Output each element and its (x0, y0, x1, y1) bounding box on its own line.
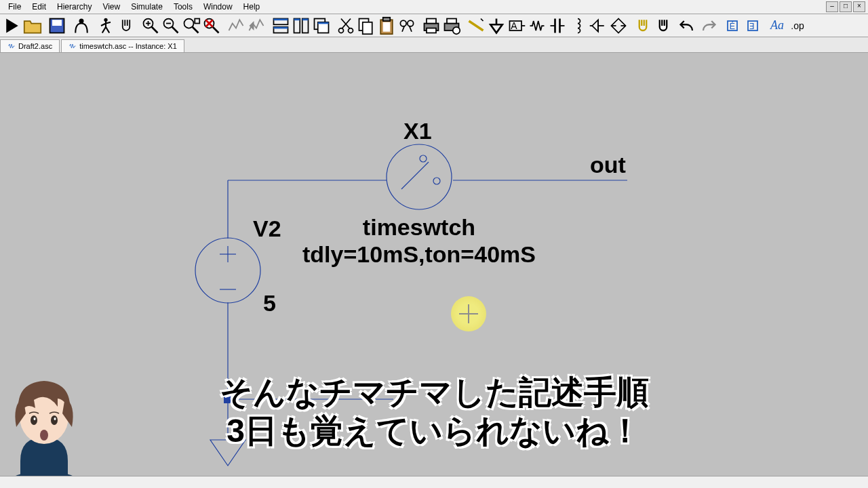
svg-point-85 (420, 155, 427, 162)
component-v2 (195, 238, 260, 303)
drag-icon[interactable] (654, 16, 673, 35)
svg-point-83 (387, 144, 452, 209)
run-person-icon[interactable] (96, 16, 115, 35)
svg-rect-35 (363, 22, 372, 34)
x1-params[interactable]: tdly=10mS,ton=40mS (302, 241, 536, 267)
svg-rect-26 (302, 18, 309, 20)
svg-marker-0 (6, 18, 18, 33)
x1-name[interactable]: timeswtch (363, 214, 475, 240)
maximize-button[interactable]: □ (840, 1, 852, 12)
svg-rect-23 (294, 18, 300, 33)
zoom-area-icon[interactable] (182, 16, 201, 35)
svg-rect-24 (302, 18, 309, 33)
control-panel-icon[interactable] (72, 16, 91, 35)
svg-line-32 (342, 18, 351, 28)
svg-point-93 (40, 430, 48, 441)
menu-hierarchy[interactable]: Hierarchy (52, 1, 97, 13)
minimize-button[interactable]: – (826, 1, 838, 12)
svg-text:A: A (511, 20, 517, 31)
inductor-icon[interactable] (568, 16, 587, 35)
autoscale-icon[interactable] (226, 16, 245, 35)
svg-rect-38 (383, 17, 391, 20)
svg-point-31 (349, 28, 353, 33)
svg-text:É: É (730, 21, 735, 31)
svg-rect-2 (52, 20, 62, 26)
mirror-icon[interactable]: Ǝ (743, 16, 762, 35)
tab-draft2[interactable]: Draft2.asc (0, 39, 60, 52)
svg-rect-21 (274, 18, 288, 20)
subtitle-line1: そんなチマチマした記述手順 (220, 373, 649, 412)
find-icon[interactable] (397, 16, 416, 35)
paste-icon[interactable] (377, 16, 396, 35)
avatar (0, 373, 95, 481)
window-controls: – □ × (826, 1, 865, 12)
print-icon[interactable] (422, 16, 441, 35)
text-icon[interactable]: Aa (768, 16, 787, 35)
move-icon[interactable] (633, 16, 652, 35)
rotate-icon[interactable]: É (723, 16, 742, 35)
svg-rect-25 (294, 18, 300, 20)
redo-icon[interactable] (698, 16, 717, 35)
svg-text:Ǝ: Ǝ (749, 22, 755, 31)
save-icon[interactable] (47, 16, 66, 35)
cut-icon[interactable] (336, 16, 355, 35)
v2-value[interactable]: 5 (263, 290, 276, 316)
component-icon[interactable] (609, 16, 628, 35)
spice-directive-icon[interactable]: .op (788, 16, 807, 35)
tab-timeswtch[interactable]: timeswtch.asc -- Instance: X1 (61, 39, 184, 52)
diode-icon[interactable] (589, 16, 608, 35)
menu-bar: File Edit Hierarchy View Simulate Tools … (0, 0, 868, 14)
cursor-highlight (451, 296, 486, 331)
net-out[interactable]: out (590, 152, 626, 178)
pan-icon[interactable] (117, 16, 136, 35)
menu-window[interactable]: Window (198, 1, 238, 13)
menu-tools[interactable]: Tools (168, 1, 198, 13)
undo-icon[interactable] (678, 16, 697, 35)
svg-point-91 (34, 418, 36, 420)
tab-bar: Draft2.asc timeswtch.asc -- Instance: X1 (0, 37, 868, 53)
svg-marker-52 (490, 24, 502, 33)
zoom-fit-icon[interactable] (202, 16, 221, 35)
svg-point-40 (408, 20, 414, 26)
copy-icon[interactable] (357, 16, 376, 35)
ground-icon[interactable] (487, 16, 506, 35)
subtitle-line2: 3日も覚えていられないね！ (220, 411, 649, 451)
menu-view[interactable]: View (97, 1, 125, 13)
x1-ref[interactable]: X1 (403, 118, 432, 144)
svg-point-3 (79, 18, 84, 23)
svg-line-49 (469, 21, 484, 30)
run-icon[interactable] (3, 16, 22, 35)
close-button[interactable]: × (853, 1, 865, 12)
svg-line-16 (213, 26, 219, 33)
menu-simulate[interactable]: Simulate (125, 1, 168, 13)
tab-label: Draft2.asc (18, 42, 52, 50)
svg-point-30 (339, 28, 344, 33)
component-x1 (387, 144, 452, 209)
back-icon[interactable] (247, 16, 266, 35)
capacitor-icon[interactable] (548, 16, 567, 35)
print-setup-icon[interactable] (442, 16, 461, 35)
svg-line-33 (341, 18, 349, 28)
svg-rect-47 (447, 18, 456, 23)
tile-vert-icon[interactable] (292, 16, 311, 35)
open-icon[interactable] (23, 16, 42, 35)
cascade-icon[interactable] (312, 16, 331, 35)
wire-icon[interactable] (467, 16, 486, 35)
label-icon[interactable]: A (507, 16, 526, 35)
svg-line-13 (193, 26, 199, 33)
svg-point-89 (31, 415, 37, 425)
svg-rect-37 (383, 22, 391, 31)
resistor-icon[interactable] (528, 16, 547, 35)
svg-line-50 (481, 18, 484, 21)
tile-horiz-icon[interactable] (271, 16, 290, 35)
svg-line-6 (152, 26, 158, 33)
menu-file[interactable]: File (3, 1, 26, 13)
menu-help[interactable]: Help (238, 1, 266, 13)
v2-ref[interactable]: V2 (253, 216, 281, 241)
zoom-in-icon[interactable] (141, 16, 160, 35)
svg-point-90 (51, 415, 58, 425)
zoom-out-icon[interactable] (161, 16, 180, 35)
menu-edit[interactable]: Edit (26, 1, 52, 13)
svg-point-48 (453, 26, 460, 34)
svg-line-10 (172, 26, 178, 33)
